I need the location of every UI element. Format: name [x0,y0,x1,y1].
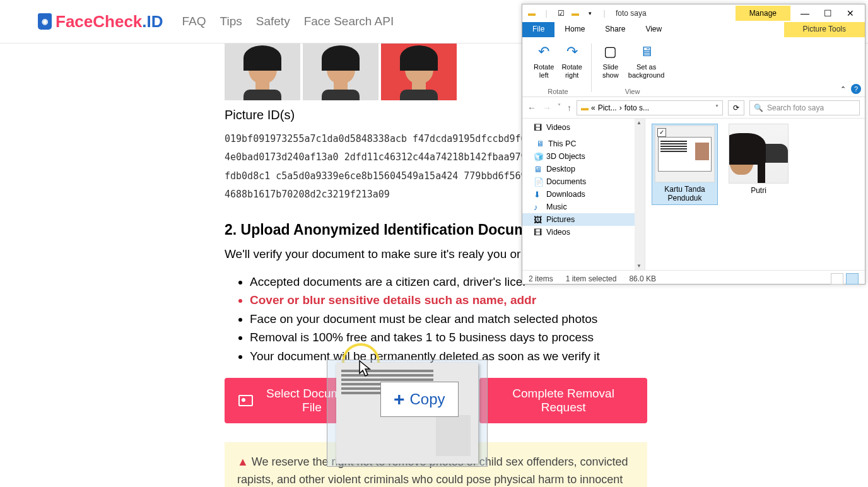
file-label: Kartu Tanda Penduduk [654,185,716,203]
details-view-button[interactable] [831,273,843,285]
thumbnail[interactable] [303,44,378,100]
cube-icon: 🧊 [534,152,544,161]
file-explorer-window: ▬ | ☑ ▬ ▾ | foto saya Manage — ☐ ✕ File … [522,4,865,285]
folder-icon[interactable]: ▬ [569,7,582,20]
sidebar-item-desktop[interactable]: 🖥Desktop [522,163,645,175]
icons-view-button[interactable] [846,273,859,285]
ribbon-group-view: ▢Slide show 🖥Set as background View [594,40,671,95]
ribbon-tabs: File Home Share View Picture Tools [522,22,865,37]
tab-home[interactable]: Home [554,22,595,37]
file-size: 86.0 KB [629,274,656,283]
view-mode-icons [831,273,859,285]
checkbox-icon[interactable]: ☑ [554,7,567,20]
breadcrumb-item[interactable]: Pict... [598,103,617,112]
nav-safety[interactable]: Safety [256,15,290,28]
explorer-body: 🎞Videos 🖥This PC 🧊3D Objects 🖥Desktop 📄D… [522,119,865,270]
rotate-right-button[interactable]: ↷Rotate right [560,40,583,81]
search-placeholder: Search foto saya [767,103,824,112]
up-button[interactable]: ↑ [567,103,572,113]
back-button[interactable]: ← [527,103,536,113]
sidebar-item-downloads[interactable]: ⬇Downloads [522,188,645,201]
help-icon[interactable]: ? [851,84,861,94]
logo-text: FaceCheck [56,12,142,32]
set-background-button[interactable]: 🖥Set as background [627,40,666,81]
nav-api[interactable]: Face Search API [304,15,394,28]
video-icon: 🎞 [534,228,542,237]
sidebar-item-music[interactable]: ♪Music [522,201,645,213]
pc-icon: 🖥 [536,139,544,148]
minimize-button[interactable]: — [800,8,810,18]
cursor-icon [358,360,373,383]
checkbox-icon[interactable]: ✓ [657,128,666,137]
sidebar-this-pc[interactable]: 🖥This PC [522,138,645,150]
file-list[interactable]: ✓ Kartu Tanda Penduduk Putri [645,119,865,270]
plus-icon: + [394,389,405,410]
video-icon: 🎞 [534,123,542,132]
recent-dropdown[interactable]: ˅ [558,103,561,113]
nav-faq[interactable]: FAQ [182,15,206,28]
tab-view[interactable]: View [635,22,672,37]
title-bar: ▬ | ☑ ▬ ▾ | foto saya Manage — ☐ ✕ [522,4,865,22]
window-title: foto saya [616,9,647,18]
slideshow-icon: ▢ [601,42,621,62]
search-box[interactable]: 🔍 Search foto saya [749,100,860,115]
list-item: Face on your document must be clear and … [250,310,647,328]
rotate-left-icon: ↶ [534,42,554,62]
ribbon-help: ⌃ ? [840,84,861,94]
nav-arrows: ← → ˅ ↑ [527,103,572,113]
main-nav: FAQ Tips Safety Face Search API [182,15,394,28]
file-item-putri[interactable]: Putri [725,124,792,195]
close-button[interactable]: ✕ [845,8,855,18]
complete-request-button[interactable]: Complete Removal Request [479,378,647,423]
file-label: Putri [751,186,766,195]
download-icon: ⬇ [534,190,541,199]
item-count: 2 items [529,274,553,283]
maximize-button[interactable]: ☐ [823,8,833,18]
thumbnail[interactable] [225,44,300,100]
thumbnail[interactable] [381,44,457,100]
refresh-button[interactable]: ⟳ [728,100,744,115]
sidebar-item-videos[interactable]: 🎞Videos [522,121,645,134]
folder-icon: ▬ [581,103,589,112]
tab-file[interactable]: File [522,22,554,37]
slideshow-button[interactable]: ▢Slide show [599,40,622,81]
qat-separator: | [598,7,611,20]
qat-separator: | [540,7,553,20]
dropdown-icon[interactable]: ▾ [584,7,596,20]
navigation-bar: ← → ˅ ↑ ▬ « Pict... › foto s... ˅ ⟳ 🔍 Se… [522,97,865,119]
copy-tooltip: + Copy [380,382,459,417]
file-item-ktp[interactable]: ✓ Kartu Tanda Penduduk [652,124,718,205]
collapse-ribbon-icon[interactable]: ⌃ [840,85,846,93]
sidebar-item-videos[interactable]: 🎞Videos [522,226,645,238]
document-icon: 📄 [534,177,544,187]
chevron-down-icon[interactable]: ˅ [715,104,718,111]
logo-text2: .ID [142,12,163,32]
forward-button[interactable]: → [542,103,551,113]
desktop-icon: 🖥 [636,42,657,62]
shield-icon: ◉ [38,13,52,30]
sidebar-scrollbar[interactable] [635,119,645,270]
sidebar-item-documents[interactable]: 📄Documents [522,175,645,188]
file-thumbnail: ✓ [655,126,715,182]
tab-picture-tools[interactable]: Picture Tools [784,22,865,37]
picture-icon: 🖼 [534,215,542,225]
rotate-right-icon: ↷ [562,42,582,62]
warning-icon: ▲ [237,455,249,468]
sidebar-item-pictures[interactable]: 🖼Pictures [522,213,645,226]
address-bar[interactable]: ▬ « Pict... › foto s... ˅ [577,100,723,115]
breadcrumb-item[interactable]: foto s... [625,103,649,112]
tab-share[interactable]: Share [595,22,635,37]
nav-tips[interactable]: Tips [220,15,242,28]
folder-icon[interactable]: ▬ [525,7,538,20]
logo[interactable]: ◉ FaceCheck.ID [38,12,163,32]
sidebar-item-3d[interactable]: 🧊3D Objects [522,150,645,163]
file-thumbnail [729,124,789,184]
id-card-icon [238,395,253,406]
music-icon: ♪ [534,202,538,212]
ribbon: ↶Rotate left ↷Rotate right Rotate ▢Slide… [522,37,865,97]
manage-tab[interactable]: Manage [736,6,790,21]
rotate-left-button[interactable]: ↶Rotate left [532,40,555,81]
selection-count: 1 item selected [566,274,617,283]
status-bar: 2 items 1 item selected 86.0 KB [522,270,865,286]
drag-overlay: + Copy [327,341,488,467]
